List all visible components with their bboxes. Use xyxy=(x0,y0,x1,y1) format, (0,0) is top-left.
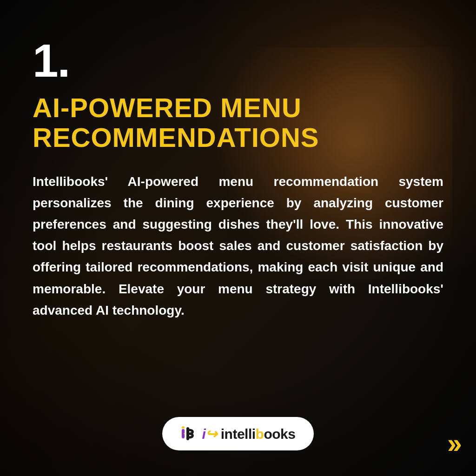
logo-svg xyxy=(181,425,198,442)
section-number: 1. xyxy=(33,37,443,84)
title-line1: AI-POWERED MENU xyxy=(33,93,302,123)
logo-icon xyxy=(181,425,198,442)
svg-rect-1 xyxy=(182,426,185,429)
chevron-icon-2: › xyxy=(453,430,462,457)
footer: i↪ intellibooks xyxy=(0,417,476,450)
title-line2: RECOMMENDATIONS xyxy=(33,122,319,152)
logo-text: i↪ intellibooks xyxy=(202,426,296,442)
section-title: AI-POWERED MENU RECOMMENDATIONS xyxy=(33,93,443,152)
logo-books-highlight: b xyxy=(256,426,264,442)
chevron-container: › › xyxy=(451,430,462,457)
logo-books: ooks xyxy=(264,426,295,442)
logo-arrow: ↪ xyxy=(205,426,217,442)
page-container: 1. AI-POWERED MENU RECOMMENDATIONS Intel… xyxy=(0,0,476,476)
section-description: Intellibooks' AI-powered menu recommenda… xyxy=(33,171,443,321)
main-content: 1. AI-POWERED MENU RECOMMENDATIONS Intel… xyxy=(0,0,476,476)
logo-intelli: intelli xyxy=(217,426,256,442)
logo-pill: i↪ intellibooks xyxy=(162,417,314,450)
